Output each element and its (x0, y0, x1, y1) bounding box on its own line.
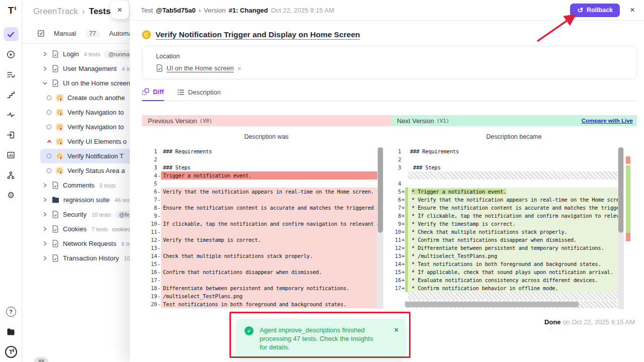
breadcrumb-app[interactable]: GreenTrack (33, 7, 78, 17)
diff-marker: + (401, 189, 405, 195)
panel-close-button[interactable]: × (111, 1, 129, 19)
line-text: Trigger a notification event. (163, 172, 252, 178)
line-number: 16 (392, 277, 401, 283)
sidebar-item-verify-ui-elements[interactable]: Verify UI Elements o (40, 134, 143, 149)
sidebar-tabs: Manual 77 Automated (22, 24, 143, 44)
rail-icon-list: ⚙ (4, 27, 19, 202)
diff-left-panel[interactable]: 1### Requirements 2 3### Steps 4-Trigger… (142, 147, 391, 309)
sidebar-item-verify-navigation-2[interactable]: Verify Navigation to (40, 120, 143, 134)
diff-marker: + (401, 237, 405, 243)
runs-play-icon[interactable] (4, 47, 19, 61)
diff-marker: - (157, 237, 161, 243)
settings-gear-icon[interactable]: ⚙ (4, 188, 19, 202)
diff-line: 15- (142, 260, 391, 268)
tab-manual[interactable]: Manual (54, 30, 76, 37)
sidebar-item-security[interactable]: Security 10 tests @firs (40, 207, 143, 222)
diff-line: 8-Ensure the notification content is acc… (142, 204, 391, 212)
right-subtitle: Description became (391, 126, 637, 147)
toast-close-icon[interactable]: × (394, 326, 398, 351)
sidebar-item-cookies[interactable]: Cookies 7 tests cookies.c (40, 222, 143, 236)
modal-header: Test @Tab5d75a0 › Version #1: Changed Oc… (130, 0, 644, 21)
diff-marker: - (157, 245, 161, 251)
changed-status-icon: C (142, 30, 151, 39)
line-number: 10 (148, 221, 157, 227)
item-label: regression suite (63, 196, 110, 204)
diff-marker: + (401, 197, 405, 203)
line-text: ### Steps (410, 164, 441, 170)
diff-line: 1### Requirements (391, 147, 637, 155)
chevron-right-icon[interactable] (42, 212, 48, 217)
tab-diff-label: Diff (153, 88, 164, 96)
line-number: 16 (148, 269, 157, 275)
reports-chart-icon[interactable] (4, 148, 19, 162)
sidebar-item-verify-navigation-1[interactable]: Verify Navigation to (40, 105, 143, 120)
sidebar-item-verify-status-area[interactable]: Verify Status Area a (40, 163, 143, 178)
item-count: 4 tests (84, 51, 100, 57)
sidebar-item-user-management[interactable]: User Management 4 tests (40, 61, 143, 76)
sidebar-item-create-test[interactable]: Create ouch anothe (40, 90, 143, 105)
diff-line: 14-Check that multiple notifications sta… (142, 252, 391, 260)
diff-right-panel[interactable]: 1### Requirements 2 3 ### Steps 4 5+* Tr… (391, 147, 637, 309)
sidebar-item-network-requests[interactable]: Network Requests 6 tests (40, 236, 143, 251)
diff-line: 5+* Trigger a notification event. (391, 188, 637, 196)
line-text: * Confirm that notifications disappear w… (412, 237, 577, 243)
sidebar-item-login[interactable]: Login 4 tests @runman (40, 47, 143, 61)
diff-marker: - (157, 269, 161, 275)
help-icon[interactable]: ? (4, 305, 19, 319)
app-logo: T (8, 5, 14, 16)
success-check-icon: ✓ (245, 326, 254, 335)
sidebar-item-comments[interactable]: Comments 0 tests (40, 178, 143, 193)
tab-description[interactable]: Description (177, 88, 221, 101)
chevron-right-icon[interactable] (42, 66, 48, 71)
profile-avatar[interactable]: T (4, 345, 19, 359)
compare-with-live-link[interactable]: Compare with Live (582, 118, 633, 124)
diff-marker: - (157, 172, 161, 178)
done-timestamp: on Oct 22, 2025 9:15 AM (562, 318, 635, 326)
line-text: Ensure the notification content is accur… (163, 205, 377, 211)
modal-tabs: Diff Description (142, 88, 637, 101)
manual-count-badge: 77 (85, 30, 100, 38)
sidebar-item-ui-home-screen[interactable]: UI on the Home screen (40, 76, 143, 90)
checklist-icon[interactable] (4, 67, 19, 81)
right-vertical-scrollbar[interactable] (618, 147, 624, 309)
horizontal-scrollbar-thumb[interactable] (405, 302, 579, 307)
chevron-right-icon[interactable] (42, 183, 48, 188)
diff-line: 13- (142, 244, 391, 252)
scrollbar-thumb[interactable] (618, 147, 623, 233)
sidebar-item-transaction-history[interactable]: Transaction History 10 tests (40, 251, 143, 265)
tab-diff[interactable]: Diff (142, 88, 164, 101)
chevron-right-icon[interactable] (42, 198, 48, 202)
activity-pulse-icon[interactable] (4, 108, 19, 122)
line-number: 13 (392, 253, 401, 259)
sidebar-item-verify-notification[interactable]: Verify Notification T (40, 149, 143, 163)
files-folder-icon[interactable] (4, 325, 19, 339)
test-title[interactable]: Verify Notification Trigger and Display … (155, 30, 360, 39)
tests-check-icon[interactable] (4, 27, 19, 41)
left-vertical-scrollbar[interactable] (377, 147, 383, 309)
chevron-right-icon[interactable] (42, 227, 48, 231)
integrations-branch-icon[interactable] (4, 168, 19, 182)
item-label: Login (63, 50, 79, 58)
test-label: Test (141, 7, 153, 14)
select-all-icon[interactable] (37, 30, 45, 37)
import-box-icon[interactable] (4, 128, 19, 142)
rollback-button[interactable]: ↺ Rollback (570, 4, 620, 17)
line-text: * Verify the timestamp is correct. (412, 221, 515, 227)
item-label: Verify Notification T (67, 152, 124, 160)
diff-line: 4 (391, 179, 637, 188)
chevron-right-icon[interactable] (42, 241, 48, 246)
line-text: * Confirm notification behavior in offli… (412, 285, 558, 291)
chevron-right-icon[interactable] (42, 52, 48, 56)
flaky-test-icon (56, 94, 63, 102)
status-circle-icon (46, 124, 52, 130)
scrollbar-thumb[interactable] (378, 147, 383, 233)
diff-marker: + (401, 277, 405, 283)
sidebar-item-regression-suite[interactable]: regression suite 46 tests (40, 193, 143, 207)
chevron-down-icon[interactable] (42, 81, 48, 85)
chevron-right-icon[interactable] (42, 256, 48, 260)
item-label: UI on the Home screen (63, 79, 130, 87)
diff-line: 4-Trigger a notification event. (142, 171, 391, 179)
location-link[interactable]: UI on the Home screen (167, 64, 234, 72)
modal-close-icon[interactable]: × (630, 5, 635, 15)
steps-icon[interactable] (4, 87, 19, 102)
